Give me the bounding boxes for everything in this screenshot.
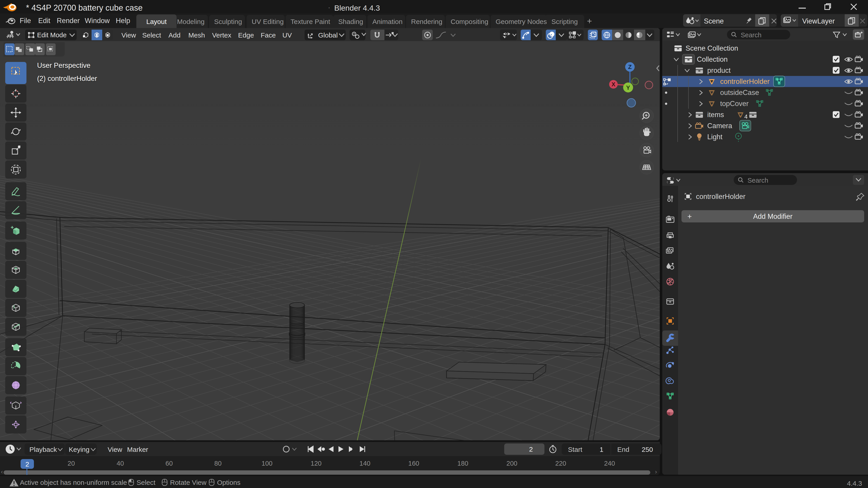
svg-text:Y: Y	[626, 84, 630, 91]
svg-text:Z: Z	[628, 64, 632, 70]
svg-text:X: X	[612, 81, 615, 88]
